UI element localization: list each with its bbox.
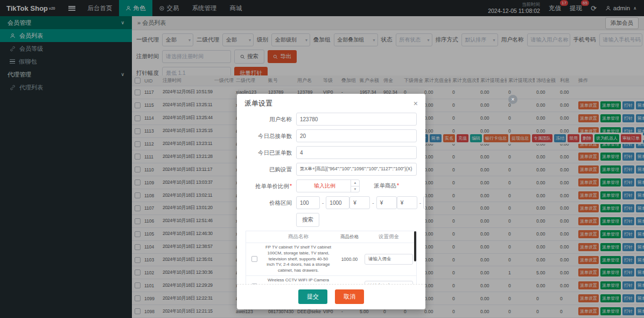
- product-search-button[interactable]: 搜索: [296, 213, 319, 227]
- commission-input[interactable]: 请输入佣金: [365, 281, 413, 284]
- product-commission-cell: 请输入佣金: [365, 279, 416, 284]
- price-ratio-input[interactable]: 输入比例 ▲▼: [296, 179, 360, 192]
- floating-close-button[interactable]: ×: [508, 95, 517, 104]
- total-orders-field[interactable]: 20: [296, 129, 417, 142]
- purchased-settings-label: 已购设置: [246, 166, 292, 173]
- product-checkbox-cell: [246, 284, 262, 284]
- product-row: FP TV cabinet TV shelf TV cabinet 100CM,…: [246, 243, 416, 276]
- price-to-input-3[interactable]: ¥: [423, 196, 425, 209]
- purchased-settings-field[interactable]: 第X单+[商品]{"964":"100","1096":"100","1127"…: [296, 163, 417, 176]
- cancel-button[interactable]: 取消: [335, 289, 364, 304]
- step-up-icon[interactable]: ▲: [351, 180, 359, 186]
- dispatched-orders-label: 今日已派单数: [246, 149, 292, 156]
- range-dash: -: [419, 200, 421, 206]
- product-name: Wireless CCTV WIFI IP Camera model C21(1…: [262, 276, 334, 284]
- product-commission-cell: 请输入佣金: [365, 252, 416, 266]
- modal-header: 派单设置 ×: [237, 94, 425, 112]
- product-table-header: 商品名称 商品价格 设置佣金: [246, 231, 416, 243]
- product-checkbox[interactable]: [251, 284, 257, 284]
- product-price-header: 商品价格: [334, 234, 365, 240]
- product-name: FP TV cabinet TV shelf TV cabinet 100CM,…: [262, 243, 334, 275]
- dispatched-orders-field[interactable]: 4: [296, 146, 417, 159]
- price-to-input-2[interactable]: ¥: [376, 196, 397, 209]
- product-price: 1000.00: [334, 257, 365, 262]
- username-field[interactable]: 123780: [296, 113, 417, 126]
- product-table: 商品名称 商品价格 设置佣金 FP TV cabinet TV shelf TV…: [246, 231, 417, 284]
- range-dash: -: [322, 200, 324, 206]
- modal-body: 用户名称 123780 今日总接单数 20 今日已派单数 4 已购设置 第X单+…: [237, 112, 425, 284]
- product-row: Wireless CCTV WIFI IP Camera model C21(1…: [246, 276, 416, 284]
- modal-title: 派单设置: [244, 99, 272, 108]
- price-from-input-3[interactable]: ¥: [397, 196, 417, 209]
- price-range-label: 价格区间: [246, 199, 292, 206]
- range-dash: -: [372, 200, 374, 206]
- price-from-input-2[interactable]: ¥: [349, 196, 370, 209]
- modal-footer: 提交 取消: [237, 284, 425, 309]
- app-window: TikTok Shopv20 后台首页角色交易系统管理商城 当前时间 2024-…: [0, 0, 644, 318]
- price-from-input[interactable]: 100: [296, 196, 320, 209]
- scrollbar[interactable]: [414, 231, 416, 261]
- set-commission-header: 设置佣金: [365, 232, 416, 242]
- price-ratio-placeholder: 输入比例: [314, 182, 335, 190]
- total-orders-label: 今日总接单数: [246, 133, 292, 140]
- dispatch-product-label: 派单商品*: [374, 182, 399, 190]
- step-down-icon[interactable]: ▼: [351, 186, 359, 192]
- username-label: 用户名称: [246, 116, 292, 123]
- dispatch-settings-modal: 派单设置 × 用户名称 123780 今日总接单数 20 今日已派单数 4 已购…: [237, 94, 425, 309]
- product-checkbox-cell: [246, 256, 262, 262]
- product-list: FP TV cabinet TV shelf TV cabinet 100CM,…: [246, 243, 416, 284]
- number-stepper[interactable]: ▲▼: [351, 180, 359, 192]
- product-name-header: 商品名称: [262, 232, 334, 242]
- product-checkbox[interactable]: [251, 256, 257, 262]
- price-ratio-label: 抢单单价比例*: [246, 183, 292, 190]
- close-icon[interactable]: ×: [414, 100, 418, 107]
- required-asterisk: *: [397, 182, 399, 189]
- price-to-input[interactable]: 1000: [326, 196, 349, 209]
- commission-input[interactable]: 请输入佣金: [365, 254, 413, 265]
- product-price: 1000.00: [334, 284, 365, 284]
- required-asterisk: *: [290, 183, 292, 189]
- submit-button[interactable]: 提交: [298, 289, 327, 304]
